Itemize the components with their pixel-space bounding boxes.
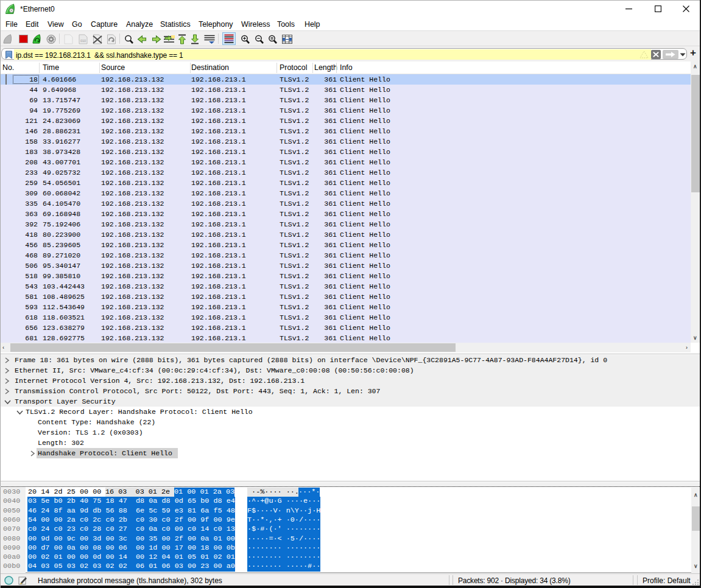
svg-text:010: 010 xyxy=(80,39,86,43)
